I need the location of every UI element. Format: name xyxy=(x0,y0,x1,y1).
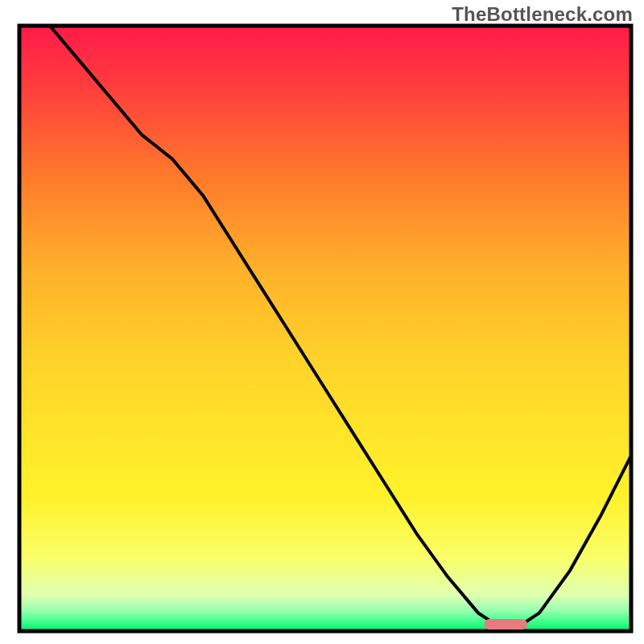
optimal-marker xyxy=(485,619,527,630)
chart-frame: TheBottleneck.com xyxy=(0,0,644,644)
plot-background xyxy=(19,26,631,631)
watermark-text: TheBottleneck.com xyxy=(452,3,633,26)
bottleneck-chart xyxy=(0,0,644,644)
